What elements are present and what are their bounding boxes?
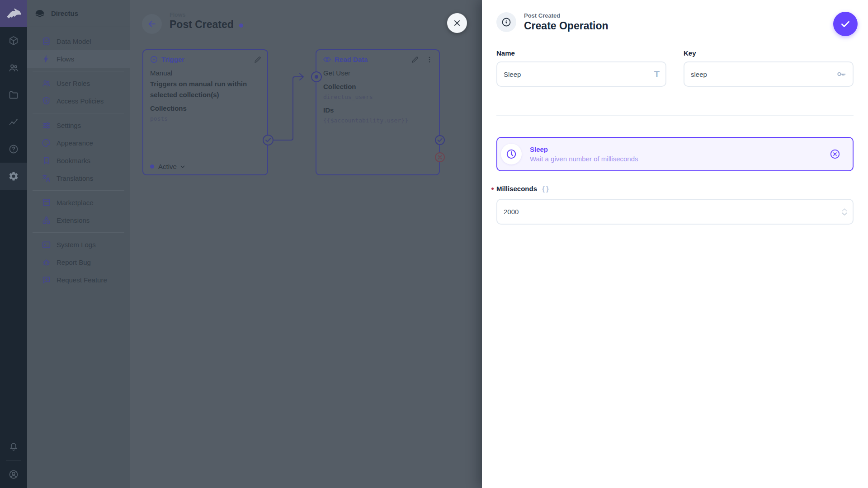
sidebar-item-label: Appearance: [57, 139, 93, 147]
trigger-option-label: Collections: [150, 103, 261, 114]
shapes-icon: [42, 216, 51, 225]
sidebar-item-label: Data Model: [57, 38, 91, 45]
sidebar-item-extensions[interactable]: Extensions: [27, 211, 130, 229]
status-label: Active: [158, 163, 177, 170]
milliseconds-input[interactable]: [496, 199, 854, 225]
deselect-operation-icon[interactable]: [829, 148, 841, 160]
flow-canvas: Flows Post Created Trigger Manual Trigge…: [130, 0, 482, 488]
sidebar-item-marketplace[interactable]: Marketplace: [27, 194, 130, 211]
sidebar-divider: [33, 232, 124, 233]
module-settings[interactable]: [0, 163, 27, 190]
edit-pencil-icon[interactable]: [411, 56, 419, 64]
directus-logo[interactable]: [0, 0, 27, 27]
operation-type-description: Wait a given number of milliseconds: [530, 154, 638, 164]
sidebar-item-data-model[interactable]: Data Model: [27, 33, 130, 50]
number-stepper[interactable]: [841, 207, 848, 217]
name-field-label: Name: [496, 49, 666, 58]
check-icon: [840, 18, 851, 30]
trigger-panel-header: Trigger: [143, 50, 267, 64]
sidebar-item-label: Flows: [57, 55, 74, 63]
drawer-breadcrumb: Post Created: [524, 12, 609, 19]
key-input[interactable]: [684, 61, 854, 87]
bell-icon: [8, 441, 19, 452]
sidebar-item-access-policies[interactable]: Access Policies: [27, 92, 130, 110]
project-name: Directus: [51, 9, 78, 17]
edit-pencil-icon[interactable]: [254, 56, 262, 64]
key-field-label: Key: [684, 49, 854, 58]
users-icon: [42, 79, 51, 88]
chevron-down-icon: [177, 163, 186, 170]
account-icon: [8, 469, 19, 480]
back-button[interactable]: [142, 14, 162, 34]
bolt-circle-icon: [150, 55, 158, 64]
breadcrumb[interactable]: Flows: [170, 12, 185, 18]
close-drawer-button[interactable]: [447, 13, 467, 33]
help-icon: [8, 144, 19, 155]
module-users[interactable]: [0, 54, 27, 81]
save-button[interactable]: [833, 12, 858, 36]
drawer-divider: [496, 115, 854, 116]
milliseconds-field-group: Milliseconds { }: [496, 184, 854, 225]
sidebar-item-appearance[interactable]: Appearance: [27, 134, 130, 152]
sidebar-item-report-bug[interactable]: Report Bug: [27, 253, 130, 271]
operation-field-value: directus_users: [323, 92, 433, 102]
gear-icon: [8, 171, 19, 182]
name-input[interactable]: [496, 61, 666, 87]
stepper-down-icon[interactable]: [841, 211, 848, 217]
module-docs[interactable]: [0, 136, 27, 163]
operation-field-value: {{$accountability.user}}: [323, 116, 433, 126]
sidebar-divider: [33, 190, 124, 191]
eye-icon: [323, 55, 331, 64]
project-switcher[interactable]: Directus: [27, 0, 130, 27]
project-icon: [34, 8, 46, 19]
status-dot: [150, 164, 154, 169]
drawer-header: Post Created Create Operation: [496, 12, 609, 32]
module-files[interactable]: [0, 81, 27, 108]
sidebar-item-label: Settings: [57, 122, 81, 129]
operation-name: Get User: [323, 68, 433, 79]
operation-form: Name T Key: [496, 49, 854, 87]
page-title: Post Created: [170, 19, 234, 31]
kebab-menu-icon[interactable]: [425, 56, 434, 64]
bookmark-icon: [42, 156, 51, 165]
database-icon: [42, 37, 51, 46]
resolve-port-icon[interactable]: [435, 135, 445, 145]
sidebar-item-label: User Roles: [57, 80, 90, 87]
sidebar-item-settings[interactable]: Settings: [27, 117, 130, 134]
sidebar-item-label: Request Feature: [57, 276, 107, 284]
trigger-option-value: posts: [150, 114, 261, 124]
sidebar-item-request-feature[interactable]: Request Feature: [27, 271, 130, 289]
module-bar: [0, 0, 27, 488]
operation-panel-read-data[interactable]: Read Data Get User Collection directus_u…: [316, 49, 440, 175]
raw-value-toggle-icon[interactable]: { }: [542, 184, 549, 193]
flow-status-dropdown[interactable]: Active: [150, 163, 186, 170]
trigger-description: Triggers on manual run within selected c…: [150, 79, 261, 100]
sidebar-divider: [33, 71, 124, 71]
close-icon: [452, 18, 462, 28]
sidebar-item-bookmarks[interactable]: Bookmarks: [27, 152, 130, 169]
clock-icon: [501, 144, 522, 164]
notifications-button[interactable]: [0, 433, 27, 460]
operation-header-icon: [496, 12, 516, 32]
folder-icon: [8, 89, 19, 100]
terminal-icon: [42, 240, 51, 249]
sidebar-item-user-roles[interactable]: User Roles: [27, 75, 130, 92]
shield-icon: [42, 96, 51, 106]
sidebar-item-label: Extensions: [57, 216, 90, 224]
arrow-left-icon: [147, 19, 157, 29]
key-field-group: Key: [684, 49, 854, 87]
sidebar-item-translations[interactable]: Translations: [27, 169, 130, 187]
trigger-name: Manual: [150, 68, 261, 79]
box-icon: [8, 35, 19, 46]
feedback-icon: [42, 275, 51, 285]
users-icon: [8, 62, 19, 73]
account-button[interactable]: [0, 461, 27, 488]
module-insights[interactable]: [0, 108, 27, 136]
sidebar-item-system-logs[interactable]: System Logs: [27, 236, 130, 253]
trigger-panel[interactable]: Trigger Manual Triggers on manual run wi…: [142, 49, 268, 175]
reject-port-icon[interactable]: [435, 152, 445, 162]
sidebar-item-flows[interactable]: Flows: [27, 50, 130, 68]
module-content[interactable]: [0, 27, 27, 54]
drawer-title: Create Operation: [524, 19, 609, 32]
selected-operation-card-sleep[interactable]: Sleep Wait a given number of millisecond…: [496, 137, 854, 171]
